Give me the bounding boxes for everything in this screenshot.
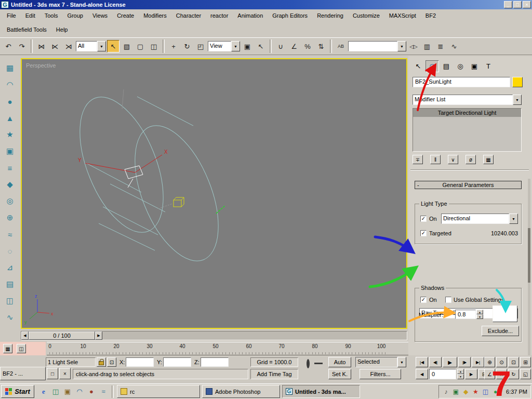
objects-tool-icon[interactable]: ▲ [3,111,17,125]
objects-tool-icon[interactable]: ▤ [3,277,17,291]
zoom-region-button[interactable]: ⊞ [520,357,531,367]
quick-launch-icon[interactable]: ◫ [50,387,61,397]
menu-bf2[interactable]: BF2 [421,11,441,20]
select-and-scale-button[interactable]: ◰ [194,40,207,52]
go-to-start-button[interactable]: |◀ [416,357,428,367]
objects-tool-icon[interactable]: ★ [3,128,17,141]
minimize-button[interactable]: _ [504,1,512,8]
quick-launch-icon[interactable]: ◠ [74,387,85,397]
tab-create[interactable]: ↖ [411,60,425,72]
next-frame-button[interactable]: |▶ [458,357,471,367]
show-end-result-button[interactable]: ‖ [430,155,441,164]
objects-tool-icon[interactable]: ▦ [3,61,17,75]
minmax-toggle-button[interactable]: ◱ [520,369,531,379]
snap-toggle-button[interactable]: ∪ [274,40,287,52]
tab-motion[interactable]: ◎ [454,60,467,72]
trackbar-tool-icon[interactable]: ◫ [17,344,26,353]
configure-modifier-sets-button[interactable]: ▦ [483,155,494,164]
previous-frame-button[interactable]: ◀| [429,357,442,367]
viewport-canvas[interactable]: X Y z x y [22,59,406,328]
angle-snap-button[interactable]: ∠ [288,40,300,52]
selection-filter-dropdown[interactable]: All ▼ [76,41,106,51]
selected-filter-dropdown[interactable]: Selected ▼ [355,357,406,367]
select-and-link-button[interactable]: ⋈ [35,40,48,52]
objects-tool-icon[interactable]: ≈ [3,228,17,241]
reference-coordinate-dropdown[interactable]: View ▼ [208,41,240,51]
objects-tool-icon[interactable]: ◫ [3,294,17,308]
remove-modifier-button[interactable]: ø [466,155,476,164]
objects-tool-icon[interactable]: ● [3,95,17,108]
menu-maxscript[interactable]: MAXScript [384,11,421,20]
time-slider-handle[interactable]: 0 / 100 [29,331,95,340]
unlink-selection-button[interactable]: ⋉ [49,40,61,52]
pan-button[interactable]: ↔ [496,369,507,379]
tab-utilities[interactable]: T [482,60,495,72]
task-button-3dsmax[interactable]: G Untitled - 3ds ma... [282,385,360,398]
bf2-close-button[interactable]: × [59,368,71,379]
zoom-extents-button[interactable]: ⊡ [508,357,519,367]
menu-battlefield-tools[interactable]: Battlefield Tools [2,25,51,34]
menu-reactor[interactable]: reactor [206,11,233,20]
fov-button[interactable]: ∠ [484,369,495,379]
spinner-down-icon[interactable]: ▼ [457,374,464,379]
start-button[interactable]: Start [1,385,34,398]
select-by-name-button[interactable]: ▧ [121,40,133,52]
helper-cube-object[interactable] [174,197,184,207]
light-type-dropdown[interactable]: Directional ▼ [441,214,518,224]
use-center-button[interactable]: ▣ [241,40,254,52]
dropdown-arrow-icon[interactable]: ▼ [231,41,240,51]
trackbar-tool-icon[interactable]: ▦ [3,344,12,353]
percent-snap-button[interactable]: % [301,40,314,52]
filters-button[interactable]: Filters... [360,369,401,379]
tray-icon[interactable]: ▣ [452,388,460,395]
tray-icon[interactable]: ★ [472,388,480,395]
exclude-button[interactable]: Exclude... [482,326,519,336]
make-unique-button[interactable]: ∨ [448,155,458,164]
current-frame-field[interactable]: 0 [429,369,456,379]
tray-icon[interactable]: ◆ [462,388,470,395]
arc-rotate-button[interactable]: ↻ [508,369,519,379]
mirror-button[interactable]: ◁▷ [407,40,420,52]
dropdown-arrow-icon[interactable]: ▼ [397,41,406,51]
spinner-down-icon[interactable]: ▼ [476,314,483,319]
menu-tools[interactable]: Tools [40,11,63,20]
modifier-stack-list[interactable]: Target Directional Light [413,108,522,152]
tray-icon[interactable]: ● [491,388,499,395]
spinner-snap-button[interactable]: ⇅ [315,40,327,52]
maximize-button[interactable]: □ [513,1,522,8]
transform-gizmo[interactable]: X Y [78,149,168,172]
add-time-tag[interactable]: Add Time Tag [250,369,298,379]
tray-icon[interactable]: ◫ [482,388,489,395]
multiplier-field[interactable]: 0.8 [455,310,476,319]
mini-listener[interactable]: ▦ ◫ [0,342,46,355]
object-name-field[interactable]: BF2_SunLight [413,77,510,87]
light-on-checkbox[interactable]: ✓ [420,216,427,222]
select-object-button[interactable]: ↖ [107,40,119,52]
menu-file[interactable]: File [2,11,21,20]
time-slider-left-button[interactable]: ◀ [21,331,29,340]
pin-stack-button[interactable]: ∓ [413,155,423,164]
z-coord-field[interactable] [201,357,229,367]
panel-scrollbar[interactable] [528,179,530,355]
menu-help[interactable]: Help [51,25,73,34]
quick-launch-icon[interactable]: ● [86,387,97,397]
track-bar-ruler[interactable]: 0 10 20 30 40 50 60 70 80 90 100 [47,342,408,355]
window-crossing-toggle[interactable]: ◫ [148,40,160,52]
dropdown-arrow-icon[interactable]: ▼ [397,357,406,367]
use-global-checkbox[interactable] [445,297,451,303]
menu-edit[interactable]: Edit [21,11,40,20]
panel-scrollbar-thumb[interactable] [528,228,530,283]
named-selection-dropdown[interactable]: ▼ [348,41,406,51]
curve-editor-button[interactable]: ∿ [448,40,460,52]
menu-graph-editors[interactable]: Graph Editors [268,11,312,20]
menu-rendering[interactable]: Rendering [312,11,348,20]
absolute-offset-toggle[interactable]: ⊡ [107,357,116,367]
titlebar[interactable]: G Untitled - 3ds max 7 - Stand-alone Lic… [0,0,532,9]
bf2-floating-titlebar[interactable]: BF2 - ... [0,367,46,380]
quick-launch-icon[interactable]: ▣ [62,387,73,397]
objects-tool-icon[interactable]: ≡ [3,161,17,175]
spinner-up-icon[interactable]: ▲ [457,369,464,374]
spinner-up-icon[interactable]: ▲ [476,310,483,314]
objects-tool-icon[interactable]: ◎ [3,194,17,208]
objects-tool-icon[interactable]: ∿ [3,311,17,324]
